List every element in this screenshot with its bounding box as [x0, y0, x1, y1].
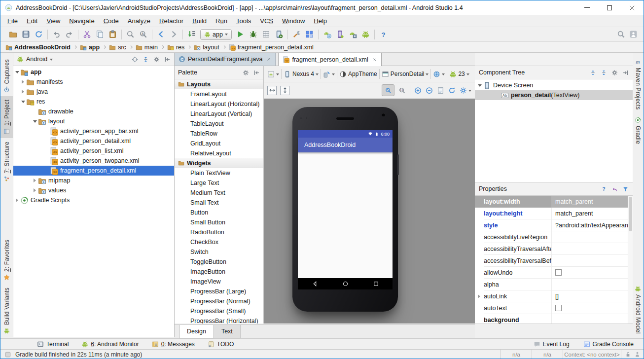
tree-item-values[interactable]: values	[13, 185, 174, 195]
menu-run[interactable]: Run	[211, 17, 232, 25]
debug-button[interactable]	[249, 30, 257, 38]
design-apptheme-selector[interactable]: AppTheme	[339, 71, 377, 78]
editor-mode-tab-text[interactable]: Text	[214, 325, 241, 338]
palette-item-progressbar-large[interactable]: ProgressBar (Large)	[175, 287, 263, 296]
find-button[interactable]	[126, 30, 135, 38]
tool-button-event-log[interactable]: Event Log	[534, 341, 570, 348]
filter-button[interactable]	[622, 186, 629, 192]
property-row-style[interactable]: style?android:attr/textAppearanc	[475, 219, 633, 231]
menu-tools[interactable]: Tools	[232, 17, 255, 25]
undo-purple-button[interactable]	[611, 186, 618, 192]
minimize-button[interactable]	[575, 0, 598, 15]
property-row-accessibilityliveregion[interactable]: accessibilityLiveRegion	[475, 231, 633, 243]
tool-button-2-favorites[interactable]: 2: Favorites	[0, 236, 13, 284]
user-panel-button[interactable]	[629, 30, 638, 38]
palette-item-linearlayout-horizontal[interactable]: LinearLayout (Horizontal)	[175, 99, 263, 109]
sync-button[interactable]	[35, 30, 43, 38]
editor-tab-persondetailfragment-java[interactable]: CPersonDetailFragment.java	[175, 53, 276, 66]
zoom-to-fit-button[interactable]	[382, 84, 394, 96]
collapse-arrow-icon[interactable]	[478, 84, 482, 89]
expand-arrow-icon[interactable]	[22, 90, 26, 94]
menu-navigate[interactable]: Navigate	[65, 17, 99, 25]
design-canvas[interactable]: 6:00 AddressBookDroid	[264, 99, 475, 323]
breadcrumb-app[interactable]: app	[79, 44, 101, 51]
property-row-layout-width[interactable]: layout:widthmatch_parent	[475, 196, 633, 208]
editor-mode-tab-design[interactable]: Design	[179, 325, 214, 338]
project-view-selector[interactable]: Android	[26, 56, 47, 63]
palette-item-switch[interactable]: Switch	[175, 247, 263, 257]
wrench-button[interactable]	[292, 30, 301, 38]
property-row-layout-height[interactable]: layout:heightmatch_parent	[475, 208, 633, 219]
tree-item-res[interactable]: res	[13, 97, 174, 107]
expand-arrow-icon[interactable]	[478, 294, 482, 298]
zoom-out-button[interactable]	[426, 87, 433, 94]
close-tab-icon[interactable]	[372, 57, 377, 62]
back-button[interactable]	[157, 30, 165, 38]
hide-left-button[interactable]	[164, 56, 171, 63]
palette-item-gridlayout[interactable]: GridLayout	[175, 139, 263, 148]
expand-arrow-icon[interactable]	[22, 80, 26, 84]
palette-item-relativelayout[interactable]: RelativeLayout	[175, 148, 263, 158]
open-folder-button[interactable]	[9, 30, 17, 38]
refresh-button[interactable]	[448, 87, 456, 94]
design-nexus-4-selector[interactable]: Nexus 4	[284, 71, 319, 78]
breadcrumb-src[interactable]: src	[108, 44, 127, 51]
close-button[interactable]	[621, 0, 644, 15]
zoom-in-button[interactable]	[414, 87, 422, 94]
property-row-autotext[interactable]: autoText	[475, 302, 633, 314]
palette-item-linearlayout-vertical[interactable]: LinearLayout (Vertical)	[175, 109, 263, 119]
replace-button[interactable]: A	[139, 30, 147, 38]
menu-analyze[interactable]: Analyze	[123, 17, 155, 25]
tree-item-mipmap[interactable]: mipmap	[13, 176, 174, 185]
forward-button[interactable]	[170, 30, 178, 38]
palette-item-progressbar-normal[interactable]: ProgressBar (Normal)	[175, 296, 263, 306]
component-person-detail[interactable]: Abperson_detail (TextView)	[475, 90, 633, 100]
design-rotate-device-selector[interactable]	[323, 71, 335, 78]
run-configuration-chooser[interactable]: app	[200, 29, 232, 40]
property-row-background[interactable]: background	[475, 314, 633, 323]
property-row-accessibilitytraversalafte[interactable]: accessibilityTraversalAfte	[475, 243, 633, 255]
match-height-button[interactable]	[280, 86, 289, 95]
collapse-all-button[interactable]	[143, 56, 149, 63]
palette-section-layouts[interactable]: Layouts	[175, 79, 263, 89]
palette-item-framelayout[interactable]: FrameLayout	[175, 89, 263, 99]
preview-settings-button[interactable]	[437, 87, 444, 94]
palette-item-small-button[interactable]: Small Button	[175, 217, 263, 227]
breadcrumb-res[interactable]: res	[166, 44, 185, 51]
avd-manager-button[interactable]	[336, 30, 344, 38]
collapse-arrow-icon[interactable]	[15, 71, 19, 75]
palette-item-progressbar-horizontal[interactable]: ProgressBar (Horizontal)	[175, 316, 263, 323]
android-button[interactable]	[361, 30, 370, 38]
project-structure-button[interactable]	[305, 30, 314, 38]
tool-button-7-structure[interactable]: 7: Structure	[0, 138, 13, 185]
paste-button[interactable]	[108, 30, 117, 38]
property-row-allowundo[interactable]: allowUndo	[475, 267, 633, 279]
design-device-config-selector[interactable]	[267, 71, 279, 78]
editor-tab-fragment-person-detail-xml[interactable]: <>fragment_person_detail.xml	[278, 53, 381, 66]
update-button[interactable]	[187, 30, 196, 38]
checkbox[interactable]	[555, 269, 562, 276]
menu-build[interactable]: Build	[188, 17, 211, 25]
lock-icon[interactable]	[625, 351, 631, 358]
breadcrumb-main[interactable]: main	[135, 44, 159, 51]
property-row-autolink[interactable]: autoLink[]	[475, 290, 633, 302]
tree-item-activity-person-list-xml[interactable]: <>activity_person_list.xml	[13, 146, 174, 156]
close-tab-icon[interactable]	[266, 57, 271, 62]
menu-view[interactable]: View	[42, 17, 65, 25]
palette-item-medium-text[interactable]: Medium Text	[175, 188, 263, 198]
tool-button-6-android-monitor[interactable]: 6: Android Monitor	[81, 341, 139, 348]
expand-arrow-icon[interactable]	[34, 179, 38, 182]
tree-item-layout[interactable]: layout	[13, 116, 174, 126]
undo-button[interactable]	[52, 30, 61, 38]
palette-item-imageview[interactable]: ImageView	[175, 277, 263, 287]
help-button[interactable]: ?	[601, 186, 607, 192]
help-button[interactable]: ?	[379, 30, 388, 38]
tool-button-maven-projects[interactable]: mMaven Projects	[632, 55, 644, 113]
hide-left-button[interactable]	[253, 70, 260, 76]
checkbox[interactable]	[555, 305, 562, 311]
sync-gradle-button[interactable]	[349, 30, 357, 38]
menu-edit[interactable]: Edit	[22, 17, 42, 25]
palette-item-radiobutton[interactable]: RadioButton	[175, 227, 263, 237]
menu-file[interactable]: File	[3, 17, 22, 25]
save-button[interactable]	[22, 30, 30, 38]
